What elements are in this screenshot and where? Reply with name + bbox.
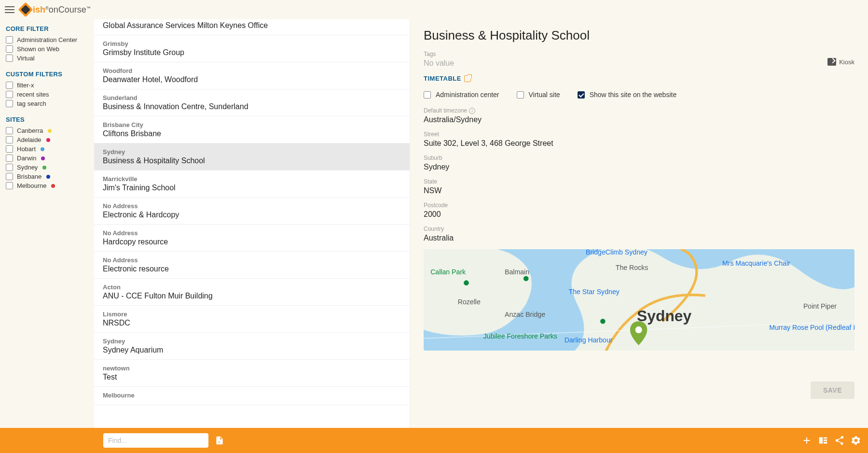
- filter-item[interactable]: filter-x: [6, 81, 88, 90]
- list-item[interactable]: MarrickvilleJim's Training School: [94, 170, 410, 198]
- checkbox-icon: [6, 127, 13, 134]
- logo-diamond-icon: [18, 2, 33, 17]
- list-item[interactable]: ActonANU - CCE Fulton Muir Building: [94, 279, 410, 306]
- filter-item[interactable]: Brisbane: [6, 172, 88, 181]
- save-button[interactable]: SAVE: [811, 382, 854, 399]
- svg-text:Callan Park: Callan Park: [430, 268, 466, 276]
- admin-center-checkbox[interactable]: Administration center: [424, 91, 499, 99]
- street-value[interactable]: Suite 302, Level 3, 468 George Street: [424, 139, 854, 148]
- filter-item[interactable]: recent sites: [6, 90, 88, 99]
- checkbox-icon: [6, 82, 13, 89]
- filter-item[interactable]: tag search: [6, 99, 88, 108]
- list-item[interactable]: SydneyBusiness & Hospitality School: [94, 143, 410, 170]
- list-item-suburb: No Address: [103, 202, 401, 210]
- country-value[interactable]: Australia: [424, 234, 854, 242]
- filter-item[interactable]: Administration Center: [6, 35, 88, 44]
- svg-point-2: [524, 276, 529, 281]
- core-filter-title: CORE FILTER: [6, 25, 88, 32]
- list-item[interactable]: SydneySydney Aquarium: [94, 333, 410, 360]
- list-item[interactable]: LismoreNRSDC: [94, 306, 410, 333]
- checkbox-icon: [6, 164, 13, 171]
- filter-label: Adelaide: [17, 136, 41, 143]
- state-label: State: [424, 178, 854, 185]
- postcode-label: Postcode: [424, 202, 854, 209]
- filter-item[interactable]: Darwin: [6, 154, 88, 163]
- checkbox-icon: [6, 145, 13, 153]
- svg-text:Darling Harbour: Darling Harbour: [565, 336, 613, 344]
- filter-item[interactable]: Melbourne: [6, 181, 88, 190]
- detail-panel: Business & Hospitality School Tags No va…: [410, 19, 868, 428]
- color-dot-icon: [41, 156, 45, 160]
- timezone-value[interactable]: Australia/Sydney: [424, 115, 854, 124]
- svg-text:Rozelle: Rozelle: [458, 298, 481, 306]
- logo-brand-1: ish: [33, 5, 45, 14]
- external-link-icon: [827, 58, 836, 66]
- list-item[interactable]: Melbourne: [94, 387, 410, 405]
- filter-item[interactable]: Sydney: [6, 163, 88, 172]
- show-on-web-checkbox[interactable]: Show this site on the website: [578, 91, 677, 99]
- suburb-value[interactable]: Sydney: [424, 163, 854, 171]
- list-item-name: NRSDC: [103, 319, 401, 327]
- checkbox-icon: [6, 136, 13, 143]
- list-item[interactable]: newtownTest: [94, 360, 410, 387]
- filter-item[interactable]: Hobart: [6, 144, 88, 154]
- gear-icon[interactable]: [851, 435, 861, 446]
- filter-label: Darwin: [17, 155, 36, 162]
- color-dot-icon: [48, 129, 52, 133]
- list-item[interactable]: No AddressElectronic & Hardcopy: [94, 198, 410, 225]
- list-item[interactable]: WoodfordDeanwater Hotel, Woodford: [94, 62, 410, 89]
- list-item-suburb: Sunderland: [103, 94, 401, 101]
- list-item-suburb: Acton: [103, 283, 401, 291]
- filter-label: recent sites: [17, 91, 49, 98]
- list-item[interactable]: No AddressElectronic resource: [94, 252, 410, 279]
- timetable-link[interactable]: TIMETABLE: [424, 75, 471, 82]
- checkbox-icon: [6, 55, 13, 62]
- info-icon[interactable]: i: [469, 108, 475, 114]
- checkbox-icon: [6, 182, 13, 189]
- checkbox-icon: [6, 100, 13, 107]
- add-icon[interactable]: [801, 435, 812, 446]
- filter-label: Brisbane: [17, 173, 41, 180]
- timezone-label: Default timezone i: [424, 107, 854, 114]
- main-area: CORE FILTER Administration CenterShown o…: [0, 19, 868, 428]
- list-item[interactable]: Brisbane CityCliftons Brisbane: [94, 116, 410, 143]
- list-item-name: Hardcopy resource: [103, 238, 401, 246]
- custom-filters-title: CUSTOM FILTERS: [6, 71, 88, 78]
- kiosk-link[interactable]: Kiosk: [827, 58, 854, 66]
- filter-item[interactable]: Canberra: [6, 126, 88, 135]
- tags-value[interactable]: No value: [424, 59, 854, 68]
- svg-text:Anzac Bridge: Anzac Bridge: [505, 311, 545, 318]
- topbar: ish®onCourse™: [0, 0, 868, 19]
- list-item-name: ANU - CCE Fulton Muir Building: [103, 292, 401, 300]
- svg-point-3: [464, 280, 469, 285]
- site-list[interactable]: Global Assurance Services Milton Keynes …: [94, 19, 410, 428]
- virtual-site-checkbox[interactable]: Virtual site: [517, 91, 560, 99]
- list-item-name: Cliftons Brisbane: [103, 129, 401, 138]
- list-item[interactable]: SunderlandBusiness & Innovation Centre, …: [94, 89, 410, 116]
- list-item-name: Jim's Training School: [103, 184, 401, 192]
- search-input[interactable]: [103, 433, 208, 448]
- list-item[interactable]: No AddressHardcopy resource: [94, 225, 410, 252]
- filter-item[interactable]: Virtual: [6, 54, 88, 63]
- view-toggle-icon[interactable]: [818, 435, 828, 446]
- map[interactable]: Sydney Sydney Harbour Bridge Birkenhead …: [424, 249, 854, 351]
- sites-title: SITES: [6, 116, 88, 123]
- svg-text:Point Piper: Point Piper: [803, 302, 837, 310]
- svg-text:Mrs Macquarie's Chair: Mrs Macquarie's Chair: [722, 259, 790, 267]
- filter-item[interactable]: Adelaide: [6, 135, 88, 144]
- state-value[interactable]: NSW: [424, 186, 854, 195]
- color-dot-icon: [51, 184, 55, 188]
- filter-item[interactable]: Shown on Web: [6, 44, 88, 54]
- kiosk-label: Kiosk: [839, 58, 854, 66]
- custom-filter-section: CUSTOM FILTERS filter-xrecent sitestag s…: [6, 71, 88, 108]
- list-item[interactable]: GrimsbyGrimsby Institute Group: [94, 35, 410, 62]
- file-search-icon[interactable]: [214, 435, 225, 446]
- list-item-suburb: No Address: [103, 229, 401, 237]
- postcode-value[interactable]: 2000: [424, 210, 854, 219]
- sites-section: SITES CanberraAdelaideHobartDarwinSydney…: [6, 116, 88, 190]
- list-item-name: Electronic & Hardcopy: [103, 211, 401, 219]
- share-icon[interactable]: [834, 435, 845, 446]
- menu-icon[interactable]: [4, 4, 15, 15]
- sidebar: CORE FILTER Administration CenterShown o…: [0, 19, 94, 428]
- list-item[interactable]: Global Assurance Services Milton Keynes …: [94, 19, 410, 35]
